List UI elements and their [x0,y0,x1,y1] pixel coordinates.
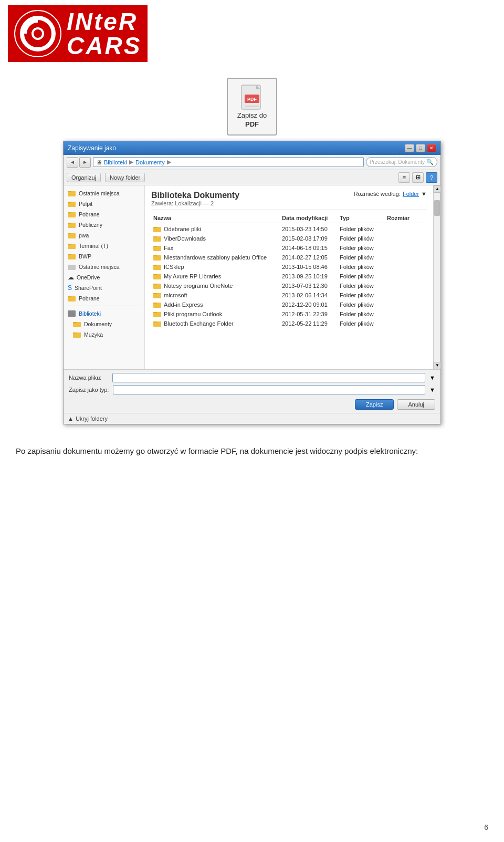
dialog-title: Zapisywanie jako [68,144,116,152]
cancel-button[interactable]: Anuluj [397,399,435,410]
file-row[interactable]: ViberDownloads 2015-02-08 17:09 Folder p… [151,234,427,243]
file-content: Biblioteka Dokumenty Zawiera: Lokalizacj… [145,185,433,369]
svg-rect-22 [68,265,76,270]
sidebar-item-ostatnie2[interactable]: Ostatnie miejsca [64,262,144,272]
sidebar-item-terminal[interactable]: Terminal (T) [64,241,144,251]
pdf-button-label-line2: PDF [245,120,259,129]
sidebar-item-pwa[interactable]: pwa [64,230,144,241]
file-row[interactable]: Odebrane pliki 2015-03-23 14:50 Folder p… [151,224,427,234]
address-path[interactable]: 🖥 Biblioteki ▶ Dokumenty ▶ [93,157,364,167]
folder-icon [153,263,162,271]
file-row[interactable]: My Axure RP Libraries 2013-09-25 10:19 F… [151,272,427,281]
svg-rect-33 [153,236,157,237]
library-header: Biblioteka Dokumenty Zawiera: Lokalizacj… [151,191,427,210]
file-row[interactable]: ICSklep 2013-10-15 08:46 Folder plików [151,262,427,272]
file-type: Folder plików [338,302,385,308]
maximize-button[interactable]: □ [416,144,425,152]
file-name-cell: Pliki programu Outlook [151,310,280,318]
logo-section: INteR CARS [0,0,504,67]
svg-rect-35 [153,246,157,247]
svg-rect-15 [68,223,71,224]
file-type: Folder plików [338,235,385,242]
file-modified: 2015-02-08 17:09 [280,235,338,242]
file-name-cell: My Axure RP Libraries [151,273,280,280]
file-row[interactable]: microsoft 2013-02-06 14:34 Folder plików [151,290,427,300]
view-list-button[interactable]: ≡ [398,172,410,183]
save-pdf-button[interactable]: PDF Zapisz do PDF [227,78,277,136]
file-name-cell: ICSklep [151,263,280,271]
pdf-button-area: PDF Zapisz do PDF [0,67,504,141]
svg-rect-45 [153,293,157,294]
filetype-dropdown-icon[interactable]: ▼ [429,387,435,393]
sidebar: Ostatnie miejsca Pulpit Pobrane Publiczn… [64,185,145,369]
logo-text-block: INteR CARS [67,9,141,58]
logo-circle-icon [14,10,61,57]
sidebar-item-pulpit[interactable]: Pulpit [64,199,144,209]
sidebar-item-sharepoint[interactable]: S SharePoint [64,283,144,293]
col-type: Typ [338,215,385,221]
file-name-cell: Bluetooth Exchange Folder [151,320,280,327]
scroll-down-button[interactable]: ▼ [434,362,441,369]
sidebar-item-publiczny[interactable]: Publiczny [64,220,144,230]
sharepoint-icon: S [68,284,72,292]
file-type: Folder plików [338,320,385,327]
scroll-up-button[interactable]: ▲ [434,185,441,193]
sidebar-item-ostatnie[interactable]: Ostatnie miejsca [64,188,144,199]
library-arrange: Rozmieść według: Folder ▼ [354,191,427,197]
close-button[interactable]: ✕ [427,144,436,152]
folder-icon [73,331,81,338]
help-button[interactable]: ? [426,172,437,183]
sidebar-item-onedrive[interactable]: ☁ OneDrive [64,272,144,283]
sidebar-section-biblioteki[interactable]: Biblioteki [64,308,144,319]
file-type: Folder plików [338,283,385,289]
search-box[interactable]: Przeszukaj: Dokumenty 🔍 [366,157,437,167]
library-icon [68,310,76,317]
dialog-buttons: Zapisz Anuluj [69,397,435,410]
svg-rect-25 [68,310,76,317]
sidebar-item-pobrane2[interactable]: Pobrane [64,293,144,304]
new-folder-button[interactable]: Nowy folder [105,173,145,182]
file-type: Folder plików [338,273,385,279]
file-type: Folder plików [338,264,385,270]
sidebar-item-pobrane1[interactable]: Pobrane [64,209,144,220]
svg-rect-21 [68,254,71,255]
search-placeholder: Przeszukaj: Dokumenty [370,159,425,165]
file-row[interactable]: Fax 2014-06-18 09:15 Folder plików [151,243,427,253]
svg-rect-31 [153,227,157,228]
back-button[interactable]: ◄ [67,157,78,168]
filetype-input[interactable] [113,385,425,394]
arrange-label: Rozmieść według: [354,191,401,197]
file-modified: 2012-05-22 11:29 [280,320,338,327]
file-row[interactable]: Niestandardowe szablony pakietu Office 2… [151,253,427,262]
sidebar-item-dokumenty[interactable]: Dokumenty [64,319,144,329]
svg-point-2 [33,28,43,39]
address-bar: ◄ ► 🖥 Biblioteki ▶ Dokumenty ▶ Przeszuka… [64,155,440,170]
file-name-cell: Notesy programu OneNote [151,282,280,289]
filename-input[interactable] [112,373,425,382]
file-row[interactable]: Bluetooth Exchange Folder 2012-05-22 11:… [151,319,427,328]
folder-icon [68,211,76,218]
forward-button[interactable]: ► [79,157,91,168]
scrollbar-thumb[interactable] [434,200,440,216]
filename-dropdown-icon[interactable]: ▼ [429,375,435,381]
file-row[interactable]: Add-in Express 2012-12-20 09:01 Folder p… [151,300,427,309]
file-row[interactable]: Notesy programu OneNote 2013-07-03 12:30… [151,281,427,290]
save-button[interactable]: Zapisz [355,399,394,410]
filetype-row: Zapisz jako typ: ▼ [69,385,435,394]
toolbar-right: ≡ ⊞ ? [398,172,437,183]
file-name-cell: ViberDownloads [151,235,280,242]
folder-icon [153,273,162,280]
folder-icon [153,282,162,289]
file-row[interactable]: Pliki programu Outlook 2012-05-31 22:39 … [151,309,427,319]
sidebar-item-bwp[interactable]: BWP [64,251,144,262]
hide-folders-button[interactable]: ▲ Ukryj foldery [68,415,108,422]
file-modified: 2013-07-03 12:30 [280,283,338,289]
view-grid-button[interactable]: ⊞ [412,172,424,183]
minimize-button[interactable]: — [405,144,414,152]
path-sep1: ▶ [129,159,133,165]
organize-button[interactable]: Organizuj [67,173,101,182]
sidebar-item-muzyka[interactable]: Muzyka [64,329,144,340]
file-type: Folder plików [338,254,385,261]
scrollbar[interactable]: ▲ ▼ [433,185,440,369]
folder-icon [68,200,76,207]
